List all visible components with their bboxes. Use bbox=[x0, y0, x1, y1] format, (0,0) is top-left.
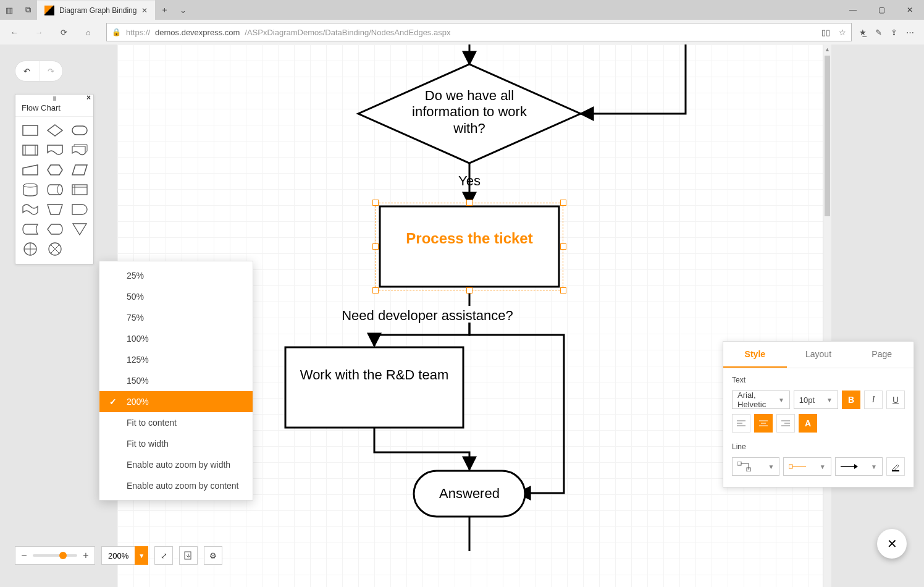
window-maximize-button[interactable]: ▢ bbox=[867, 0, 896, 20]
zoom-menu-item[interactable]: 125% bbox=[99, 349, 253, 370]
props-tab-style[interactable]: Style bbox=[723, 342, 787, 368]
line-section-label: Line bbox=[723, 435, 914, 455]
favorites-icon[interactable]: ★̲ bbox=[859, 28, 867, 37]
resize-handle-sw[interactable] bbox=[372, 287, 379, 294]
props-tab-layout[interactable]: Layout bbox=[787, 342, 850, 368]
shape-internalstorage-icon[interactable] bbox=[71, 184, 88, 196]
nav-back-button[interactable]: ← bbox=[4, 22, 25, 43]
undo-button[interactable]: ↶ bbox=[15, 61, 39, 81]
resize-handle-s[interactable] bbox=[466, 287, 472, 294]
underline-button[interactable]: U bbox=[886, 391, 905, 409]
zoom-dropdown-button[interactable]: ▼ bbox=[135, 546, 148, 565]
zoom-menu-item[interactable]: 50% bbox=[99, 286, 253, 307]
zoom-slider[interactable]: − + bbox=[15, 546, 95, 565]
shape-data-icon[interactable] bbox=[71, 164, 88, 176]
settings-button[interactable]: ⚙ bbox=[204, 546, 222, 565]
connector-type-select[interactable]: ▼ bbox=[732, 457, 779, 476]
svg-rect-2 bbox=[72, 126, 87, 135]
shape-predefined-icon[interactable] bbox=[22, 144, 39, 156]
zoom-menu-item[interactable]: 100% bbox=[99, 328, 253, 349]
zoom-menu-item[interactable]: Enable auto zoom by content bbox=[99, 475, 253, 496]
zoom-menu-item[interactable]: 75% bbox=[99, 307, 253, 328]
resize-handle-n[interactable] bbox=[466, 200, 472, 206]
selection-box[interactable] bbox=[376, 203, 563, 290]
resize-handle-e[interactable] bbox=[560, 243, 566, 250]
svg-rect-38 bbox=[789, 465, 792, 468]
favorite-star-icon[interactable]: ☆ bbox=[839, 28, 846, 37]
resize-handle-nw[interactable] bbox=[372, 200, 379, 206]
shape-document-icon[interactable] bbox=[46, 144, 64, 156]
tab-actions-icon[interactable]: ▥ bbox=[0, 0, 19, 20]
resize-handle-ne[interactable] bbox=[560, 200, 566, 206]
export-button[interactable] bbox=[179, 546, 198, 565]
zoom-in-button[interactable]: + bbox=[81, 550, 91, 561]
nav-home-button[interactable]: ⌂ bbox=[78, 22, 99, 43]
new-tab-button[interactable]: ＋ bbox=[155, 0, 174, 20]
line-color-button[interactable] bbox=[886, 457, 905, 476]
shape-harddisk-icon[interactable] bbox=[46, 184, 64, 196]
tab-aside-icon[interactable]: ⧉ bbox=[19, 0, 37, 20]
line-style-select[interactable]: ▼ bbox=[783, 457, 831, 476]
zoom-menu-item[interactable]: Enable auto zoom by width bbox=[99, 454, 253, 475]
bold-button[interactable]: B bbox=[842, 391, 860, 409]
canvas-scrollbar[interactable]: ▲ bbox=[823, 44, 831, 587]
shape-multidoc-icon[interactable] bbox=[71, 144, 88, 156]
shape-display-icon[interactable] bbox=[46, 223, 64, 235]
zoom-menu-item[interactable]: Fit to width bbox=[99, 433, 253, 454]
align-right-button[interactable] bbox=[776, 414, 795, 433]
arrow-style-select[interactable]: ▼ bbox=[835, 457, 883, 476]
window-minimize-button[interactable]: — bbox=[839, 0, 867, 20]
window-close-button[interactable]: ✕ bbox=[896, 0, 924, 20]
panel-drag-handle[interactable]: × bbox=[15, 95, 93, 101]
shape-decision-icon[interactable] bbox=[46, 124, 64, 137]
shape-manualop-icon[interactable] bbox=[46, 203, 64, 216]
browser-address-bar: ← → ⟳ ⌂ 🔒 https://demos.devexpress.com/A… bbox=[0, 20, 924, 44]
zoom-knob[interactable] bbox=[59, 552, 67, 559]
close-fab-button[interactable]: ✕ bbox=[877, 529, 907, 559]
shape-papertape-icon[interactable] bbox=[22, 203, 39, 216]
shape-database-icon[interactable] bbox=[22, 184, 39, 196]
more-icon[interactable]: ⋯ bbox=[906, 28, 914, 37]
zoom-menu-item[interactable]: Fit to content bbox=[99, 412, 253, 433]
url-input[interactable]: 🔒 https://demos.devexpress.com/ASPxDiagr… bbox=[106, 23, 852, 41]
notes-icon[interactable]: ✎ bbox=[875, 28, 882, 37]
nav-forward-button[interactable]: → bbox=[28, 22, 49, 43]
font-color-button[interactable]: A› bbox=[799, 414, 817, 433]
svg-rect-0 bbox=[23, 125, 38, 135]
shape-process-icon[interactable] bbox=[22, 124, 39, 137]
tab-close-icon[interactable]: ✕ bbox=[141, 6, 148, 15]
zoom-menu-item[interactable]: 200% bbox=[99, 391, 253, 412]
panel-close-icon[interactable]: × bbox=[86, 93, 91, 102]
shape-merge-icon[interactable] bbox=[71, 223, 88, 235]
props-tab-page[interactable]: Page bbox=[850, 342, 914, 368]
redo-button[interactable]: ↷ bbox=[39, 61, 63, 81]
shape-or-icon[interactable] bbox=[22, 243, 39, 255]
zoom-menu-item[interactable]: 150% bbox=[99, 370, 253, 391]
shape-storeddata-icon[interactable] bbox=[22, 223, 39, 235]
zoom-menu-item[interactable]: 25% bbox=[99, 265, 253, 286]
zoom-value-control[interactable]: 200% ▼ bbox=[101, 546, 148, 565]
italic-button[interactable]: I bbox=[864, 391, 883, 409]
shape-manualinput-icon[interactable] bbox=[22, 164, 39, 176]
align-left-button[interactable] bbox=[732, 414, 750, 433]
resize-handle-w[interactable] bbox=[372, 243, 379, 250]
zoom-track[interactable] bbox=[33, 554, 77, 557]
reading-view-icon[interactable]: ▯▯ bbox=[821, 28, 830, 37]
shape-delay-icon[interactable] bbox=[71, 203, 88, 216]
tab-chevron-icon[interactable]: ⌄ bbox=[174, 0, 192, 20]
nav-refresh-button[interactable]: ⟳ bbox=[53, 22, 74, 43]
browser-tab-strip: ▥ ⧉ Diagram Graph Binding ✕ ＋ ⌄ — ▢ ✕ bbox=[0, 0, 924, 20]
shape-terminator-icon[interactable] bbox=[71, 124, 88, 137]
resize-handle-se[interactable] bbox=[560, 287, 566, 294]
font-size-select[interactable]: 10pt▼ bbox=[794, 391, 838, 409]
shape-sumjunction-icon[interactable] bbox=[46, 243, 64, 255]
share-icon[interactable]: ⇪ bbox=[891, 28, 897, 37]
url-host: demos.devexpress.com bbox=[155, 28, 240, 37]
fullscreen-button[interactable]: ⤢ bbox=[154, 546, 173, 565]
zoom-out-button[interactable]: − bbox=[19, 550, 29, 561]
align-center-button[interactable] bbox=[754, 414, 773, 433]
browser-tab[interactable]: Diagram Graph Binding ✕ bbox=[37, 0, 155, 20]
shape-preparation-icon[interactable] bbox=[46, 164, 64, 176]
shapes-panel: × Flow Chart bbox=[15, 94, 94, 264]
font-family-select[interactable]: Arial, Helvetic▼ bbox=[732, 391, 790, 409]
